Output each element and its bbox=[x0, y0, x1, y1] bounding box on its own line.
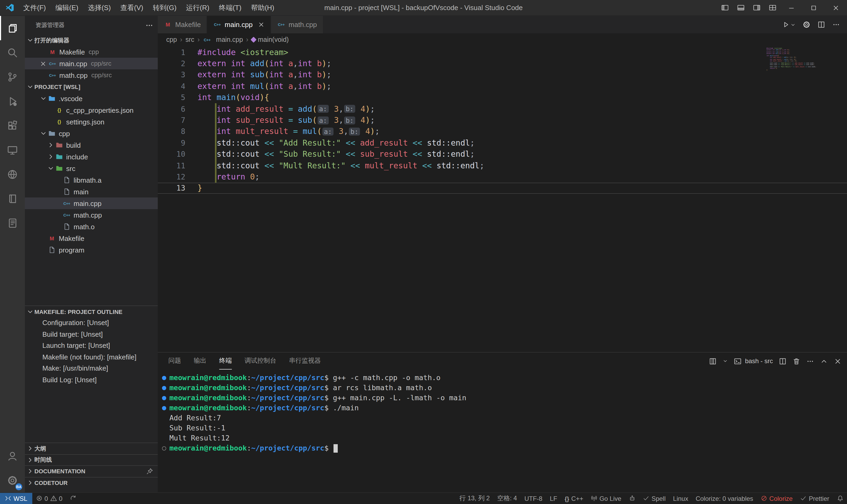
breadcrumb-item[interactable]: cpp bbox=[166, 36, 177, 43]
tree-item-c_cpp_properties.json[interactable]: {}c_cpp_properties.json bbox=[25, 104, 158, 116]
run-settings-icon[interactable] bbox=[803, 21, 810, 29]
split-editor-icon[interactable] bbox=[817, 21, 825, 29]
activity-settings[interactable]: BA bbox=[0, 468, 25, 492]
tab-Makefile[interactable]: MMakefile bbox=[158, 16, 207, 33]
section-时间线[interactable]: 时间线 bbox=[25, 454, 158, 465]
section-CODETOUR[interactable]: CODETOUR bbox=[25, 477, 158, 488]
minimize-button[interactable] bbox=[780, 0, 803, 16]
tree-item-main[interactable]: main bbox=[25, 186, 158, 197]
split-terminal-icon[interactable] bbox=[779, 357, 787, 365]
terminal-tab-bash[interactable]: bash - src bbox=[734, 357, 773, 365]
pin-icon[interactable] bbox=[146, 468, 154, 475]
problems-indicator[interactable]: 0 0 bbox=[32, 493, 66, 504]
close-window-button[interactable] bbox=[825, 0, 847, 16]
panel-tab-终端[interactable]: 终端 bbox=[219, 353, 232, 370]
outline-item[interactable]: Build target: [Unset] bbox=[25, 328, 158, 340]
status-colorize-count[interactable]: Colorize: 0 variables bbox=[692, 493, 757, 504]
outline-item[interactable]: Launch target: [Unset] bbox=[25, 340, 158, 351]
section-DOCUMENTATION[interactable]: DOCUMENTATION bbox=[25, 465, 158, 477]
activity-remote-explorer[interactable] bbox=[0, 138, 25, 162]
breadcrumb-item[interactable]: C++main.cpp bbox=[203, 36, 243, 43]
code-line-11[interactable]: 11 std::cout << "Mult Result:" << mult_r… bbox=[158, 160, 847, 171]
tab-main.cpp[interactable]: C++main.cpp bbox=[207, 16, 271, 33]
close-tab-icon[interactable] bbox=[258, 21, 265, 28]
project-header[interactable]: PROJECT [WSL] bbox=[25, 81, 158, 93]
code-line-2[interactable]: 2extern int add(int a,int b); bbox=[158, 58, 847, 69]
activity-source-control[interactable] bbox=[0, 65, 25, 89]
code-editor[interactable]: 1#include <iostream>2extern int add(int … bbox=[158, 46, 847, 352]
explorer-more-actions-icon[interactable] bbox=[145, 21, 154, 30]
menu-e[interactable]: 编辑(E) bbox=[51, 0, 83, 16]
status-go-live[interactable]: Go Live bbox=[587, 493, 625, 504]
activity-run-debug[interactable] bbox=[0, 89, 25, 113]
activity-documentation[interactable] bbox=[0, 186, 25, 211]
code-line-9[interactable]: 9 std::cout << "Add Result:" << add_resu… bbox=[158, 137, 847, 148]
outline-item[interactable]: Configuration: [Unset] bbox=[25, 317, 158, 328]
makefile-outline-header[interactable]: MAKEFILE: PROJECT OUTLINE bbox=[25, 305, 158, 317]
menu-t[interactable]: 终端(T) bbox=[214, 0, 246, 16]
panel-tab-调试控制台[interactable]: 调试控制台 bbox=[245, 353, 276, 370]
open-editor-main.cpp[interactable]: C++main.cppcpp/src bbox=[25, 58, 158, 69]
kill-terminal-icon[interactable] bbox=[792, 357, 800, 365]
panel-tab-串行监视器[interactable]: 串行监视器 bbox=[289, 353, 321, 370]
panel-more-actions-icon[interactable] bbox=[806, 357, 814, 365]
status-prettier[interactable]: Prettier bbox=[796, 493, 833, 504]
remote-indicator[interactable]: WSL bbox=[0, 493, 32, 504]
toggle-sidebar-icon[interactable] bbox=[717, 0, 733, 16]
status-extension-status[interactable] bbox=[625, 493, 639, 504]
activity-extensions[interactable] bbox=[0, 113, 25, 138]
outline-item[interactable]: Make: [/usr/bin/make] bbox=[25, 363, 158, 374]
toggle-secondary-sidebar-icon[interactable] bbox=[749, 0, 764, 16]
section-大纲[interactable]: 大纲 bbox=[25, 443, 158, 454]
activity-accounts[interactable] bbox=[0, 444, 25, 468]
tree-item-settings.json[interactable]: {}settings.json bbox=[25, 116, 158, 128]
code-line-12[interactable]: 12 return 0; bbox=[158, 171, 847, 183]
status-eol[interactable]: LF bbox=[546, 493, 561, 504]
code-line-1[interactable]: 1#include <iostream> bbox=[158, 47, 847, 58]
code-line-10[interactable]: 10 std::cout << "Sub Result:" << sub_res… bbox=[158, 148, 847, 160]
open-editors-header[interactable]: 打开的编辑器 bbox=[25, 34, 158, 46]
tree-item-math.o[interactable]: math.o bbox=[25, 221, 158, 232]
code-line-7[interactable]: 7 int sub_result = sub(a: 3,b: 4); bbox=[158, 114, 847, 126]
toggle-panel-icon[interactable] bbox=[733, 0, 749, 16]
status-language-mode[interactable]: {}C++ bbox=[561, 493, 587, 504]
code-line-5[interactable]: 5int main(void){ bbox=[158, 92, 847, 103]
panel-tab-问题[interactable]: 问题 bbox=[168, 353, 181, 370]
status-cursor-position[interactable]: 行 13, 列 2 bbox=[456, 493, 494, 504]
close-icon[interactable] bbox=[40, 60, 48, 67]
outline-item[interactable]: Makefile (not found): [makefile] bbox=[25, 351, 158, 363]
tab-math.cpp[interactable]: C++math.cpp bbox=[271, 16, 323, 33]
tree-item-.vscode[interactable]: .vscode bbox=[25, 93, 158, 104]
status-spell-checker[interactable]: Spell bbox=[639, 493, 669, 504]
menu-v[interactable]: 查看(V) bbox=[116, 0, 148, 16]
outline-item[interactable]: Build Log: [Unset] bbox=[25, 374, 158, 385]
maximize-panel-icon[interactable] bbox=[820, 357, 828, 365]
tree-item-cpp[interactable]: cpp bbox=[25, 128, 158, 139]
code-line-3[interactable]: 3extern int sub(int a,int b); bbox=[158, 69, 847, 81]
code-line-8[interactable]: 8 int mult_result = mul(a: 3,b: 4); bbox=[158, 126, 847, 137]
menu-h[interactable]: 帮助(H) bbox=[246, 0, 279, 16]
tree-item-build[interactable]: build bbox=[25, 139, 158, 151]
menu-f[interactable]: 文件(F) bbox=[19, 0, 51, 16]
menu-s[interactable]: 选择(S) bbox=[83, 0, 116, 16]
menu-r[interactable]: 运行(R) bbox=[181, 0, 214, 16]
open-editor-math.cpp[interactable]: C++math.cppcpp/src bbox=[25, 69, 158, 81]
status-linux-status[interactable]: Linux bbox=[669, 493, 692, 504]
tree-item-program[interactable]: program bbox=[25, 244, 158, 256]
breadcrumb-item[interactable]: src bbox=[185, 36, 194, 43]
activity-live-share[interactable] bbox=[0, 162, 25, 186]
maximize-button[interactable] bbox=[803, 0, 825, 16]
status-colorize-status[interactable]: Colorize bbox=[757, 493, 796, 504]
terminal-profile-dropdown-icon[interactable] bbox=[723, 358, 728, 364]
terminal-output[interactable]: meowrain@redmibook:~/project/cpp/src$ g+… bbox=[158, 370, 847, 492]
activity-explorer[interactable] bbox=[0, 16, 25, 40]
status-encoding[interactable]: UTF-8 bbox=[521, 493, 546, 504]
activity-search[interactable] bbox=[0, 40, 25, 65]
code-line-4[interactable]: 4extern int mul(int a,int b); bbox=[158, 80, 847, 92]
status-indentation[interactable]: 空格: 4 bbox=[493, 493, 521, 504]
code-line-6[interactable]: 6 int add_result = add(a: 3,b: 4); bbox=[158, 103, 847, 114]
breadcrumb-item[interactable]: main(void) bbox=[251, 36, 289, 43]
run-button[interactable] bbox=[782, 21, 796, 29]
status-notifications[interactable] bbox=[833, 493, 847, 504]
minimap[interactable]: #include <iostream>extern int add(int a,… bbox=[767, 48, 841, 71]
